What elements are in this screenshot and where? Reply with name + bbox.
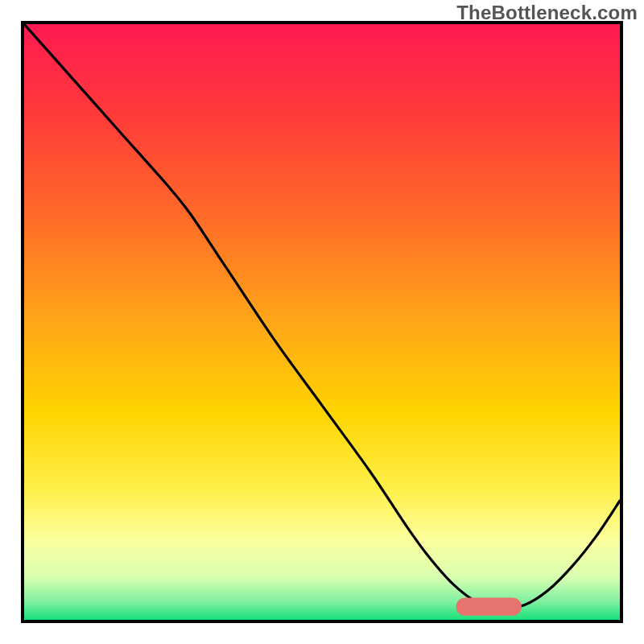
- plot-area: [24, 24, 620, 620]
- optimal-range-marker: [24, 24, 620, 620]
- watermark: TheBottleneck.com: [456, 2, 638, 24]
- figure-root: TheBottleneck.com: [0, 0, 644, 644]
